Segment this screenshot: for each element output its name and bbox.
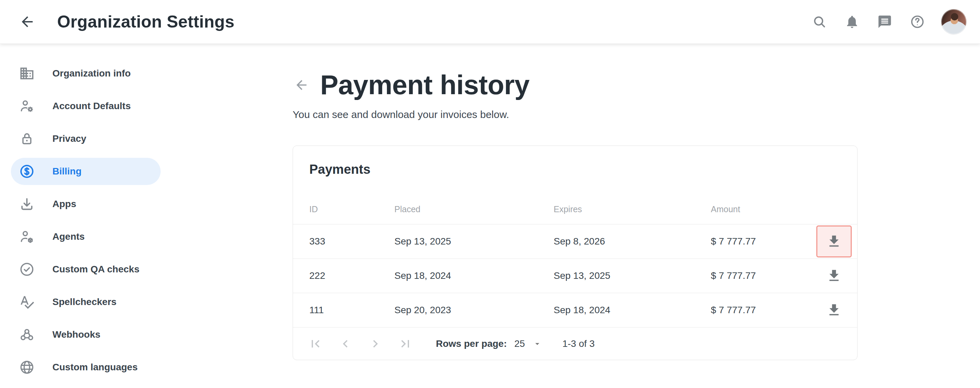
rows-per-page-select[interactable]: 25 <box>514 338 542 349</box>
cell-expires: Sep 18, 2024 <box>554 305 711 315</box>
person-cube-icon <box>19 229 35 244</box>
payment-history-back-button[interactable] <box>293 77 310 93</box>
cell-id: 222 <box>309 270 395 281</box>
chat-button[interactable] <box>876 13 894 31</box>
sidebar-item-label: Organization info <box>52 68 130 79</box>
sidebar-item-label: Custom languages <box>52 362 137 373</box>
sidebar-item-billing[interactable]: Billing <box>11 158 161 185</box>
sidebar-item-label: Webhooks <box>52 329 100 340</box>
notifications-button[interactable] <box>843 13 861 31</box>
chevron-left-icon <box>338 336 353 351</box>
building-icon <box>19 66 35 81</box>
cell-expires: Sep 8, 2026 <box>554 236 711 247</box>
dollar-circle-icon <box>19 163 35 179</box>
main-content: Payment history You can see and download… <box>293 44 858 360</box>
arrow-back-icon <box>294 78 309 92</box>
chevron-right-icon <box>368 336 383 351</box>
rows-per-page-label: Rows per page: <box>436 338 507 349</box>
first-page-button[interactable] <box>307 335 324 353</box>
globe-icon <box>19 359 35 375</box>
chevron-down-icon <box>533 339 542 348</box>
payments-table-header: ID Placed Expires Amount <box>293 195 857 224</box>
payments-rows: 333 Sep 13, 2025 Sep 8, 2026 $ 7 777.77 … <box>293 224 857 327</box>
download-icon <box>826 268 842 283</box>
bell-icon <box>845 14 859 29</box>
sidebar-item-agents[interactable]: Agents <box>0 220 163 253</box>
person-gear-icon <box>19 98 35 114</box>
sidebar-item-webhooks[interactable]: Webhooks <box>0 318 163 351</box>
previous-page-button[interactable] <box>337 335 354 353</box>
sidebar-item-label: Apps <box>52 199 76 209</box>
sidebar-item-apps[interactable]: Apps <box>0 188 163 220</box>
topbar-actions <box>811 9 980 34</box>
table-row: 222 Sep 18, 2024 Sep 13, 2025 $ 7 777.77 <box>293 258 857 293</box>
sidebar-item-label: Agents <box>52 231 85 242</box>
download-invoice-button[interactable] <box>816 294 852 326</box>
next-page-button[interactable] <box>366 335 384 353</box>
section-heading: Payment history <box>320 70 530 101</box>
download-tray-icon <box>19 196 35 212</box>
webhook-icon <box>19 327 35 342</box>
table-row: 333 Sep 13, 2025 Sep 8, 2026 $ 7 777.77 <box>293 224 857 258</box>
user-avatar[interactable] <box>941 9 966 34</box>
cell-id: 333 <box>309 236 395 247</box>
download-icon <box>826 234 842 249</box>
sidebar-item-label: Spellcheckers <box>52 296 116 307</box>
sidebar-item-privacy[interactable]: Privacy <box>0 122 163 155</box>
column-header-placed: Placed <box>395 204 554 214</box>
table-row: 111 Sep 20, 2023 Sep 18, 2024 $ 7 777.77 <box>293 293 857 327</box>
card-title: Payments <box>293 146 857 195</box>
cell-expires: Sep 13, 2025 <box>554 270 711 281</box>
cell-id: 111 <box>309 305 395 315</box>
last-page-icon <box>398 336 413 351</box>
download-invoice-button[interactable] <box>816 260 852 292</box>
last-page-button[interactable] <box>396 335 414 353</box>
column-header-id: ID <box>309 204 395 214</box>
settings-sidebar: Organization info Account Defaults Priva… <box>0 44 163 383</box>
section-subtitle: You can see and download your invoices b… <box>293 109 858 120</box>
help-icon <box>910 14 925 29</box>
cell-placed: Sep 13, 2025 <box>395 236 554 247</box>
sidebar-item-label: Billing <box>52 166 82 177</box>
cell-amount: $ 7 777.77 <box>711 305 814 315</box>
chat-icon <box>877 14 892 29</box>
top-bar: Organization Settings <box>0 0 980 44</box>
cell-placed: Sep 18, 2024 <box>395 270 554 281</box>
download-icon <box>826 302 842 318</box>
cell-amount: $ 7 777.77 <box>711 236 814 247</box>
help-button[interactable] <box>908 13 926 31</box>
payments-card: Payments ID Placed Expires Amount 333 Se… <box>293 146 858 360</box>
sidebar-item-label: Privacy <box>52 133 86 144</box>
rows-per-page-value: 25 <box>514 338 525 349</box>
column-header-amount: Amount <box>711 204 814 214</box>
sidebar-item-spellcheckers[interactable]: Spellcheckers <box>0 286 163 318</box>
sidebar-item-custom-qa-checks[interactable]: Custom QA checks <box>0 253 163 286</box>
cell-placed: Sep 20, 2023 <box>395 305 554 315</box>
cell-amount: $ 7 777.77 <box>711 270 814 281</box>
search-icon <box>812 14 827 29</box>
pagination-bar: Rows per page: 25 1-3 of 3 <box>293 327 857 360</box>
download-invoice-button[interactable] <box>816 225 852 257</box>
check-circle-icon <box>19 261 35 277</box>
sidebar-item-custom-languages[interactable]: Custom languages <box>0 351 163 383</box>
topbar-back-button[interactable] <box>18 12 37 31</box>
arrow-back-icon <box>19 14 35 30</box>
sidebar-item-account-defaults[interactable]: Account Defaults <box>0 90 163 122</box>
column-header-expires: Expires <box>554 204 711 214</box>
sidebar-item-label: Account Defaults <box>52 101 130 112</box>
sidebar-item-label: Custom QA checks <box>52 264 140 275</box>
spellcheck-icon <box>19 294 35 310</box>
page-title: Organization Settings <box>57 12 234 32</box>
pagination-range: 1-3 of 3 <box>563 338 595 349</box>
search-button[interactable] <box>811 13 828 31</box>
lock-icon <box>19 131 35 147</box>
first-page-icon <box>308 336 323 351</box>
sidebar-item-organization-info[interactable]: Organization info <box>0 57 163 90</box>
